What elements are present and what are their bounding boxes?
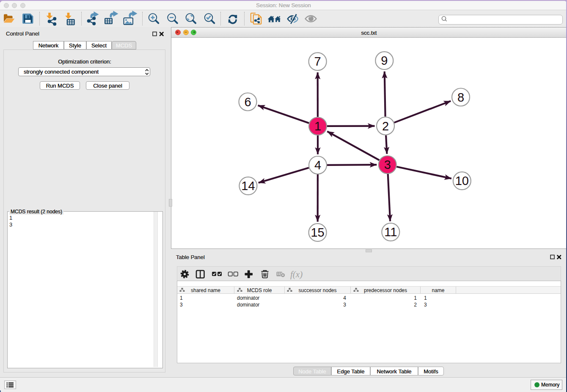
svg-text:f(x): f(x) (290, 269, 303, 279)
